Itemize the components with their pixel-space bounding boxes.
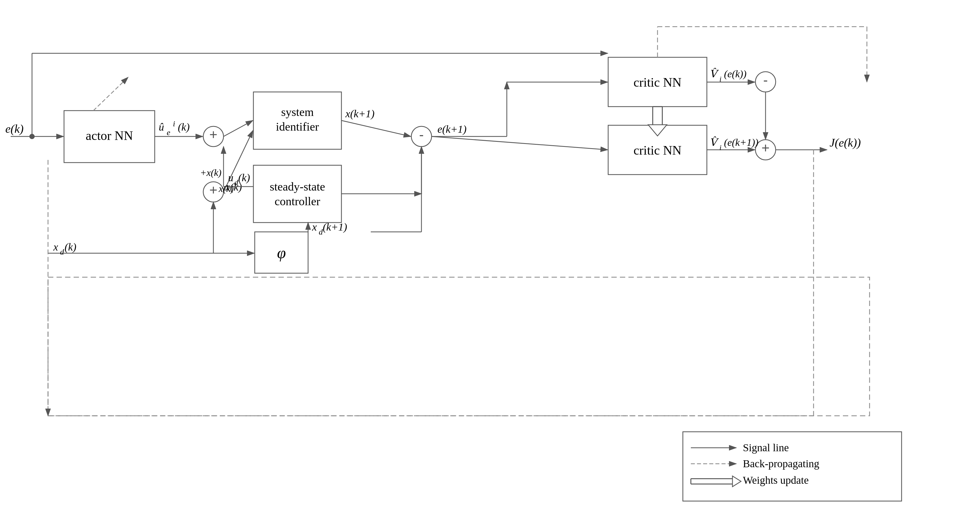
steady-state-controller-block bbox=[253, 165, 341, 222]
ek-node-dot bbox=[29, 134, 35, 139]
actor-nn-label: actor NN bbox=[86, 129, 133, 143]
sum2-label: +x(k) bbox=[200, 167, 221, 178]
v-hat-top-label: V̂ i (e(k)) bbox=[710, 68, 746, 83]
system-identifier-label-2: identifier bbox=[276, 120, 319, 133]
j-ek-label: J(e(k)) bbox=[830, 136, 861, 149]
svg-text:-: - bbox=[419, 127, 423, 142]
xdk1-label: x bbox=[312, 221, 317, 233]
backprop-internal-1 bbox=[93, 77, 128, 111]
critic-nn-top-label: critic NN bbox=[633, 75, 681, 89]
ek1-label: e(k+1) bbox=[438, 123, 466, 135]
xdk1-paren: (k+1) bbox=[323, 221, 347, 233]
xdk-label: x bbox=[53, 241, 58, 253]
steady-state-label-2: controller bbox=[274, 195, 320, 208]
svg-text:+: + bbox=[762, 140, 770, 156]
sum1-to-sysid bbox=[224, 121, 253, 137]
ek-label: e(k) bbox=[5, 122, 24, 135]
critic-nn-bottom-label: critic NN bbox=[633, 143, 681, 157]
legend-backprop-label: Back-propagating bbox=[743, 458, 819, 470]
u-hat-label: û e i (k) bbox=[159, 119, 190, 137]
ek1-line bbox=[431, 137, 608, 150]
system-identifier-label-1: system bbox=[281, 106, 314, 119]
v-hat-bottom-label: V̂ i (e(k+1)) bbox=[710, 136, 758, 151]
udk-label: u bbox=[228, 171, 234, 184]
xdk-paren: (k) bbox=[65, 241, 76, 253]
udk-paren-label: (k) bbox=[238, 171, 250, 184]
legend-weights-label: Weights update bbox=[743, 474, 809, 486]
xk1-label: x(k+1) bbox=[345, 108, 374, 120]
xk-sum2-label: x(k) bbox=[218, 183, 234, 194]
sysid-output bbox=[341, 121, 411, 137]
diagram-container: actor NN system identifier steady-state … bbox=[0, 0, 980, 508]
xdk-sub: d bbox=[60, 247, 64, 256]
xdk1-sub: d bbox=[319, 227, 323, 236]
outer-dashed-rect bbox=[48, 277, 870, 416]
svg-text:+: + bbox=[209, 127, 217, 142]
svg-text:+: + bbox=[209, 182, 217, 198]
steady-state-label-1: steady-state bbox=[270, 180, 325, 193]
udk-sub-label: d bbox=[234, 178, 239, 187]
svg-text:-: - bbox=[763, 72, 768, 88]
legend-signal-label: Signal line bbox=[743, 441, 789, 454]
phi-label: φ bbox=[277, 244, 286, 262]
